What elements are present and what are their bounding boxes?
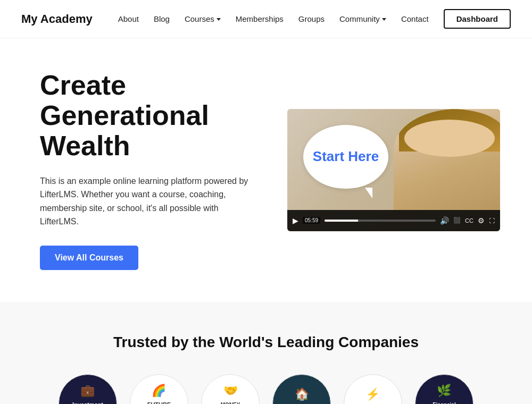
investment-icon: 💼 [72,383,103,399]
logos-row: 💼 InvestmentStrategiesGUILD 🌈 FUTURESCHO… [21,374,511,404]
nav-memberships[interactable]: Memberships [236,14,284,23]
speech-bubble: Start Here [303,125,388,189]
start-here-text: Start Here [313,148,379,165]
site-logo[interactable]: My Academy [21,12,93,26]
dashboard-button[interactable]: Dashboard [444,9,511,29]
subtitles-icon[interactable]: CC [465,217,473,224]
nav-groups[interactable]: Groups [298,14,325,23]
logo-titans: 🏠 TITANS REAL ESTATE TITANS [272,374,331,404]
main-nav: About Blog Courses Memberships Groups Co… [118,14,444,23]
settings-icon[interactable]: ⚙ [478,216,485,225]
fullscreen-icon[interactable]: ⛶ [489,217,495,224]
nav-about[interactable]: About [118,14,139,23]
chevron-down-icon [217,18,221,21]
video-timestamp: 05:59 [303,217,320,224]
hero-video[interactable]: Start Here ▶ 05:59 🔊 ⬛ CC ⚙ ⛶ [287,109,500,231]
money-icon: 🤝 [211,383,250,399]
hero-text-block: Create Generational Wealth This is an ex… [40,70,255,270]
cast-icon[interactable]: ⬛ [453,217,461,224]
chevron-down-icon [382,18,386,21]
hero-title: Create Generational Wealth [40,70,255,162]
header: My Academy About Blog Courses Membership… [0,0,532,38]
nav-courses[interactable]: Courses [185,14,221,23]
logo-financial-mastery: 🌿 FinancialMasterySociety [415,374,473,404]
logo-money-management: 🤝 MONEYMANAGEMENTCONSORTIUM [201,374,260,404]
view-all-courses-button[interactable]: View All Courses [40,246,138,270]
future-icon: 🌈 [143,383,176,399]
play-button[interactable]: ▶ [293,216,298,225]
logo-future-scholars: 🌈 FUTURESCHOLARSALLIANCE [130,374,188,404]
titans-icon: 🏠 [280,387,324,402]
video-controls-right: 🔊 ⬛ CC ⚙ ⛶ [440,216,495,225]
progress-bar[interactable] [325,220,436,222]
logo-investment-strategies: 💼 InvestmentStrategiesGUILD [59,374,117,404]
logo-wealth-builders: ⚡ WEALTH Builders Association [344,374,402,404]
nav-community[interactable]: Community [339,14,386,23]
video-controls-bar[interactable]: ▶ 05:59 🔊 ⬛ CC ⚙ ⛶ [287,210,500,231]
hero-description: This is an example online learning platf… [40,174,255,229]
volume-icon[interactable]: 🔊 [440,216,449,225]
hero-section: Create Generational Wealth This is an ex… [0,38,532,302]
trusted-title: Trusted by the World's Leading Companies [21,334,511,351]
decorative [404,120,495,157]
progress-fill [325,220,358,222]
trusted-section: Trusted by the World's Leading Companies… [0,302,532,404]
nav-contact[interactable]: Contact [401,14,429,23]
financial-icon: 🌿 [433,383,455,399]
wealth-icon: ⚡ [352,387,395,402]
video-image [394,109,500,210]
nav-blog[interactable]: Blog [154,14,170,23]
